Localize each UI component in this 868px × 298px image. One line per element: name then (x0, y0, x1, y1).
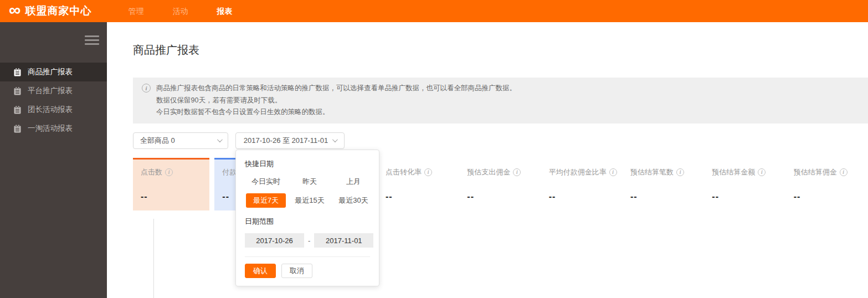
top-header: ∞ 联盟商家中心 管理 活动 报表 (0, 0, 868, 22)
notice-line: 数据仅保留90天，若有需要请及时下载。 (156, 95, 516, 107)
clipboard-icon (14, 87, 21, 95)
sidebar-item-label: 商品推广报表 (28, 67, 73, 77)
sidebar-item-product-report[interactable]: 商品推广报表 (0, 63, 107, 81)
quick-option-last-7-days[interactable]: 最近7天 (245, 191, 287, 210)
metric-value: -- (386, 192, 454, 202)
info-icon: i (142, 84, 151, 93)
metric-label: 点击数 (141, 167, 162, 177)
end-date-input[interactable] (314, 233, 373, 248)
quick-option-today[interactable]: 今日实时 (245, 172, 287, 191)
metric-label: 预估结算佣金 (794, 167, 837, 177)
brand-name: 联盟商家中心 (25, 4, 91, 18)
chevron-down-icon (217, 137, 223, 142)
sidebar-item-label: 一淘活动报表 (28, 124, 73, 133)
metric-card-est-settle-amount[interactable]: 预估结算金额i -- (704, 158, 780, 210)
top-nav: 管理 活动 报表 (114, 0, 246, 22)
quick-option-last-30-days[interactable]: 最近30天 (332, 191, 374, 210)
info-icon[interactable]: i (424, 168, 432, 176)
metric-card-click-rate[interactable]: 点击转化率i -- (378, 158, 454, 210)
nav-item-manage[interactable]: 管理 (114, 0, 158, 22)
page-title: 商品推广报表 (133, 42, 868, 58)
metric-value: -- (794, 192, 862, 202)
metric-label: 付款 (222, 167, 237, 177)
clipboard-icon (14, 68, 21, 76)
cancel-button[interactable]: 取消 (281, 264, 312, 278)
main-area: 商品推广报表 i 商品推广报表包含商品的日常策略和活动策略的推广数据，可以选择查… (107, 22, 868, 298)
metric-label: 预估结算笔数 (630, 167, 674, 177)
chart-axis-line (153, 219, 154, 298)
metric-label: 平均付款佣金比率 (549, 167, 607, 177)
brand-logo[interactable]: ∞ 联盟商家中心 (9, 3, 91, 19)
sidebar: 商品推广报表 平台推广报表 团长活动报表 一淘活动报表 (0, 22, 107, 298)
product-select[interactable]: 全部商品 0 (133, 132, 228, 149)
metric-label: 预估结算金额 (712, 167, 755, 177)
notice-line: 商品推广报表包含商品的日常策略和活动策略的推广数据，可以选择查看单品推广数据，也… (156, 83, 516, 95)
sidebar-item-label: 团长活动报表 (28, 105, 73, 115)
infinity-logo-icon: ∞ (9, 2, 20, 18)
sidebar-item-leader-activity-report[interactable]: 团长活动报表 (0, 100, 107, 119)
sidebar-item-etao-activity-report[interactable]: 一淘活动报表 (0, 119, 107, 138)
sidebar-item-label: 平台推广报表 (28, 86, 73, 96)
metric-card-est-settle-commission[interactable]: 预估结算佣金i -- (786, 158, 862, 210)
clipboard-icon (14, 106, 21, 114)
date-range-inputs: - (245, 233, 370, 248)
metric-card-clicks[interactable]: 点击数i -- (133, 158, 209, 210)
selected-quick-option: 最近7天 (246, 193, 286, 208)
info-icon[interactable]: i (840, 168, 848, 176)
metric-value: -- (467, 192, 536, 202)
info-icon[interactable]: i (758, 168, 766, 176)
hamburger-menu-icon[interactable] (85, 35, 99, 47)
clipboard-icon (14, 125, 21, 133)
nav-item-activity[interactable]: 活动 (158, 0, 202, 22)
metric-value: -- (141, 192, 209, 202)
info-icon[interactable]: i (513, 168, 521, 176)
date-range-select[interactable]: 2017-10-26 至 2017-11-01 (235, 132, 345, 149)
quick-option-last-month[interactable]: 上月 (332, 172, 374, 191)
filter-bar: 全部商品 0 2017-10-26 至 2017-11-01 (133, 132, 868, 149)
product-select-value: 全部商品 0 (140, 136, 175, 146)
date-select-value: 2017-10-26 至 2017-11-01 (244, 136, 328, 146)
metric-value: -- (630, 192, 699, 202)
quick-option-last-15-days[interactable]: 最近15天 (289, 191, 331, 210)
info-icon[interactable]: i (609, 168, 617, 176)
quick-option-yesterday[interactable]: 昨天 (289, 172, 331, 191)
nav-item-report[interactable]: 报表 (202, 0, 246, 22)
start-date-input[interactable] (245, 233, 304, 248)
sidebar-item-platform-report[interactable]: 平台推广报表 (0, 81, 107, 100)
metric-card-est-commission-paid[interactable]: 预估支出佣金i -- (459, 158, 536, 210)
metric-label: 点击转化率 (386, 167, 422, 177)
quick-date-options: 今日实时 昨天 上月 最近7天 最近15天 最近30天 (245, 172, 370, 210)
metric-value: -- (712, 192, 780, 202)
confirm-button[interactable]: 确认 (245, 264, 276, 278)
quick-date-title: 快捷日期 (245, 159, 370, 169)
metric-card-avg-commission-rate[interactable]: 平均付款佣金比率i -- (541, 158, 618, 210)
metric-label: 预估支出佣金 (467, 167, 510, 177)
notice-line: 今日实时数据暂不包含今日设置今日生效的策略的数据。 (156, 106, 516, 119)
date-picker-popup: 快捷日期 今日实时 昨天 上月 最近7天 最近15天 最近30天 日期范围 - (235, 150, 379, 286)
notice-box: i 商品推广报表包含商品的日常策略和活动策略的推广数据，可以选择查看单品推广数据… (133, 78, 868, 124)
info-icon[interactable]: i (676, 168, 684, 176)
range-separator: - (308, 237, 310, 245)
info-icon[interactable]: i (165, 168, 173, 176)
metric-card-est-settle-count[interactable]: 预估结算笔数i -- (623, 158, 699, 210)
metric-value: -- (549, 192, 618, 202)
chevron-down-icon (332, 137, 338, 142)
date-range-title: 日期范围 (245, 217, 370, 227)
